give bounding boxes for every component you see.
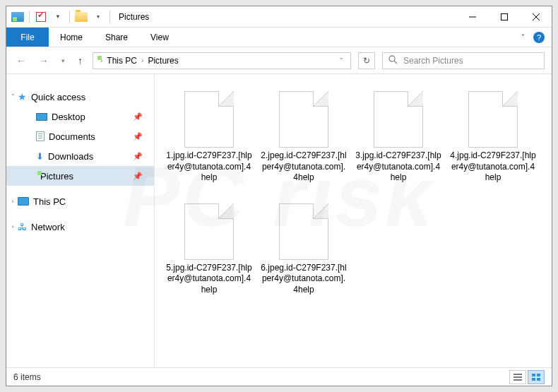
recent-dropdown-icon[interactable]: ▾ <box>59 57 68 64</box>
close-button[interactable] <box>520 6 552 28</box>
folder-icon <box>74 10 88 24</box>
file-item[interactable]: 3.jpg.id-C279F237.[hlper4y@tutanota.com]… <box>352 88 444 186</box>
address-dropdown-icon[interactable]: ˅ <box>336 57 348 64</box>
file-name: 1.jpg.id-C279F237.[hlper4y@tutanota.com]… <box>166 150 252 184</box>
thumbnails-view-button[interactable] <box>528 370 545 384</box>
sidebar-item-label: This PC <box>33 196 66 207</box>
file-name: 6.jpeg.id-C279F237.[hlper4y@tutanota.com… <box>261 263 347 296</box>
explorer-window: ▼ ▾ Pictures File Home Share View ˅ ? ← … <box>6 6 552 386</box>
tab-view[interactable]: View <box>139 28 180 47</box>
titlebar: ▼ ▾ Pictures <box>6 6 552 28</box>
separator <box>109 11 110 23</box>
svg-rect-9 <box>532 374 535 376</box>
file-content-area[interactable]: 1.jpg.id-C279F237.[hlper4y@tutanota.com]… <box>155 74 552 367</box>
sidebar-item-label: Network <box>31 222 65 232</box>
pin-icon: 📌 <box>133 132 143 141</box>
documents-icon <box>36 131 44 141</box>
svg-point-4 <box>389 56 395 61</box>
svg-rect-8 <box>514 379 522 381</box>
qat-customize-icon[interactable]: ▾ <box>91 10 105 24</box>
item-count: 6 items <box>13 372 41 382</box>
ribbon: File Home Share View ˅ ? <box>6 28 552 47</box>
file-name: 2.jpeg.id-C279F237.[hlper4y@tutanota.com… <box>261 150 347 184</box>
sidebar-item-label: Desktop <box>52 112 85 122</box>
svg-rect-10 <box>537 374 540 376</box>
sidebar-item-pictures[interactable]: Pictures 📌 <box>6 166 154 186</box>
search-input[interactable]: Search Pictures <box>382 52 545 69</box>
downloads-icon: ⬇ <box>36 151 44 162</box>
status-bar: 6 items <box>6 367 552 386</box>
sidebar-item-documents[interactable]: Documents 📌 <box>6 126 154 146</box>
svg-rect-7 <box>514 376 522 378</box>
forward-button[interactable]: → <box>36 55 52 66</box>
separator <box>69 11 70 23</box>
sidebar-item-desktop[interactable]: Desktop 📌 <box>6 107 154 126</box>
sidebar-item-downloads[interactable]: ⬇ Downloads 📌 <box>6 146 154 166</box>
tab-share[interactable]: Share <box>94 28 139 47</box>
chevron-down-icon[interactable]: ˅ <box>9 93 16 100</box>
file-item[interactable]: 1.jpg.id-C279F237.[hlper4y@tutanota.com]… <box>163 88 255 186</box>
file-item[interactable]: 6.jpeg.id-C279F237.[hlper4y@tutanota.com… <box>258 201 350 299</box>
file-item[interactable]: 2.jpeg.id-C279F237.[hlper4y@tutanota.com… <box>258 88 350 186</box>
desktop-icon <box>36 113 47 121</box>
help-icon[interactable]: ? <box>533 32 545 43</box>
app-icon <box>11 10 25 24</box>
maximize-button[interactable] <box>488 6 520 28</box>
minimize-button[interactable] <box>456 6 488 28</box>
chevron-right-icon[interactable]: › <box>9 198 16 205</box>
sidebar-item-network[interactable]: › 🖧 Network <box>6 217 154 237</box>
sidebar-item-label: Quick access <box>31 92 85 102</box>
svg-rect-1 <box>501 13 507 20</box>
details-view-button[interactable] <box>509 370 526 384</box>
breadcrumb[interactable]: Pictures <box>148 56 178 66</box>
expand-ribbon-icon[interactable]: ˅ <box>521 33 525 41</box>
file-icon <box>374 91 423 148</box>
address-bar-row: ← → ▾ ↑ › This PC › Pictures ˅ ↻ Search … <box>6 47 552 74</box>
search-icon <box>388 55 398 66</box>
sidebar-item-label: Downloads <box>48 151 93 162</box>
sidebar-item-label: Documents <box>49 131 95 142</box>
network-icon: 🖧 <box>18 222 27 232</box>
qat-dropdown-icon[interactable]: ▼ <box>51 10 65 24</box>
address-bar[interactable]: › This PC › Pictures ˅ <box>93 52 351 69</box>
back-button[interactable]: ← <box>13 55 29 66</box>
sidebar-item-label: Pictures <box>40 171 73 182</box>
svg-rect-6 <box>514 374 522 375</box>
file-icon <box>279 203 328 260</box>
svg-rect-12 <box>537 378 540 381</box>
separator <box>29 11 30 23</box>
up-button[interactable]: ↑ <box>75 55 85 66</box>
file-item[interactable]: 4.jpg.id-C279F237.[hlper4y@tutanota.com]… <box>447 88 539 186</box>
search-placeholder: Search Pictures <box>403 56 463 66</box>
this-pc-icon <box>18 197 29 206</box>
svg-line-5 <box>394 61 397 64</box>
pin-icon: 📌 <box>133 112 143 121</box>
tab-home[interactable]: Home <box>49 28 94 47</box>
refresh-button[interactable]: ↻ <box>358 52 375 69</box>
file-grid: 1.jpg.id-C279F237.[hlper4y@tutanota.com]… <box>162 88 545 313</box>
file-tab[interactable]: File <box>6 28 49 47</box>
file-item[interactable]: 5.jpg.id-C279F237.[hlper4y@tutanota.com]… <box>163 201 255 299</box>
file-icon <box>279 91 328 148</box>
svg-rect-11 <box>532 378 535 381</box>
chevron-right-icon[interactable]: › <box>9 223 16 230</box>
file-name: 5.jpg.id-C279F237.[hlper4y@tutanota.com]… <box>166 263 252 296</box>
file-name: 4.jpg.id-C279F237.[hlper4y@tutanota.com]… <box>450 150 536 184</box>
navigation-pane: ˅ ★ Quick access Desktop 📌 Documents 📌 ⬇… <box>6 74 155 367</box>
body: ˅ ★ Quick access Desktop 📌 Documents 📌 ⬇… <box>6 74 552 367</box>
pin-icon: 📌 <box>133 172 143 181</box>
file-icon <box>468 91 518 148</box>
star-icon: ★ <box>18 91 27 102</box>
file-icon <box>184 91 234 148</box>
file-icon <box>184 203 234 260</box>
file-name: 3.jpg.id-C279F237.[hlper4y@tutanota.com]… <box>355 150 441 184</box>
chevron-right-icon[interactable]: › <box>141 57 143 64</box>
breadcrumb[interactable]: This PC <box>107 56 137 66</box>
pin-icon: 📌 <box>133 152 143 161</box>
qat-properties-icon[interactable] <box>34 10 48 24</box>
sidebar-item-this-pc[interactable]: › This PC <box>6 191 154 211</box>
window-title: Pictures <box>119 12 149 22</box>
sidebar-item-quick-access[interactable]: ˅ ★ Quick access <box>6 87 154 107</box>
